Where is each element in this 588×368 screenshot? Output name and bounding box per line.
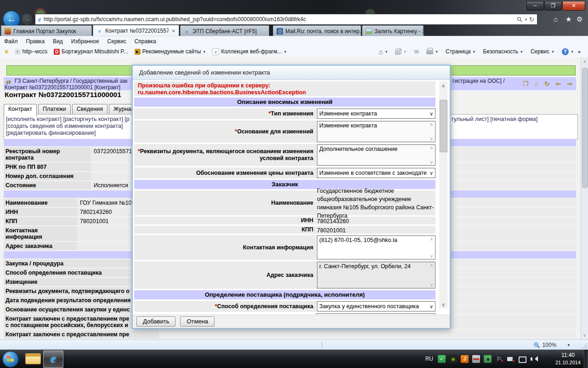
scrollbar-thumb[interactable] (582, 68, 588, 188)
price-justification-select[interactable]: Изменение в соответствии с законодате ∨ (317, 168, 435, 178)
add-favorite-star-icon[interactable]: ★ (0, 48, 11, 55)
close-button[interactable]: ✕ (562, 1, 585, 11)
tab-label: Mail.Ru: почта, поиск в интер... (285, 28, 361, 34)
favorite-wccs[interactable]: ≈ http--wccs (11, 48, 51, 55)
url-text[interactable]: http://portal.gz-spb.ru/fx/ccam/ru.naume… (44, 16, 514, 23)
form-row-contact: Контактная информация (812) 670-01-05, 1… (134, 235, 435, 260)
scroll-down-icon[interactable]: ∨ (430, 160, 433, 165)
utility-tray-icon[interactable] (472, 355, 480, 363)
page-menu-button[interactable]: Страница ▼ (442, 48, 479, 55)
taskbar-clock[interactable]: 11:40 21.10.2014 (555, 351, 581, 366)
tab-sberbank-ast[interactable]: e ЭТП Сбербанк-АСТ [#F5] (180, 25, 269, 36)
scroll-up-icon[interactable]: ∧ (430, 263, 433, 268)
capture-tray-icon[interactable] (484, 355, 492, 363)
menu-file[interactable]: Файл (0, 38, 22, 45)
scroll-up-icon[interactable]: ∧ (430, 122, 433, 127)
tab-close-icon[interactable]: ✕ (172, 29, 175, 34)
menu-tools[interactable]: Сервис (103, 38, 130, 45)
scroll-up-icon[interactable]: ∧ (439, 81, 447, 90)
print-button[interactable]: ▼ (423, 49, 441, 54)
address-textarea[interactable]: г. Санкт-Петербург, ул. Орбели, 24 ∧∨ (317, 262, 435, 288)
favorite-bortjournal[interactable]: D Бортжурнал Mitsubishi P... (51, 48, 131, 55)
add-button[interactable]: Добавить (136, 316, 175, 327)
action-links-line1-right[interactable]: тульный лист] [печатная форма] (451, 116, 537, 123)
page-scrollbar[interactable]: ∧ ∨ (581, 58, 588, 339)
volume-icon[interactable] (530, 355, 537, 363)
copy-icon[interactable]: ❐ (523, 80, 529, 87)
update-tray-icon[interactable]: ✓ (438, 355, 446, 363)
safety-menu-button[interactable]: Безопасность ▼ (480, 48, 526, 55)
minimize-button[interactable]: ─ (526, 1, 544, 11)
feeds-button[interactable]: ▼ (392, 48, 410, 55)
overflow-chevron-icon[interactable]: » (578, 49, 581, 54)
arrow-right-icon[interactable]: ⇒ (567, 80, 572, 87)
language-indicator[interactable]: RU (425, 356, 434, 362)
ie-taskbar-button[interactable]: e (43, 351, 63, 368)
contact-textarea[interactable]: (812) 670-01-05, 105@shko.la ∧∨ (317, 236, 435, 259)
tools-menu-label: Сервис (531, 48, 549, 55)
doc-details-textarea[interactable]: Дополнительное соглашение ∧∨ (317, 144, 435, 166)
home-button[interactable]: ⌂ (554, 15, 558, 23)
tab-details[interactable]: Сведения (72, 104, 107, 114)
scroll-up-icon[interactable]: ∧ (581, 59, 588, 64)
address-bar[interactable]: e http://portal.gz-spb.ru/fx/ccam/ru.nau… (35, 14, 537, 25)
favorites-button[interactable]: ★ (565, 15, 571, 23)
supplier-method-select[interactable]: Закупка у единственного поставщика ∨ (317, 301, 435, 311)
menu-view[interactable]: Вид (49, 38, 67, 45)
tab-contract-main[interactable]: Контракт (4, 104, 37, 116)
nvidia-tray-icon[interactable]: ◉ (449, 355, 457, 363)
scroll-down-icon[interactable]: ∨ (439, 300, 447, 309)
favorite-suggested-sites[interactable]: ▶ Рекомендуемые сайты ▼ (131, 48, 209, 55)
java-tray-icon[interactable]: J (461, 355, 469, 363)
breadcrumb-line1-right[interactable]: гистрации на ООС] / (452, 78, 505, 84)
tools-button[interactable]: ⚙ (577, 15, 582, 23)
forward-button[interactable]: → (21, 13, 34, 26)
check-icon: ✓ (440, 356, 444, 362)
tab-portal-zakupok[interactable]: Главная Портал Закупок (1, 25, 92, 36)
scroll-up-icon[interactable]: ∧ (430, 236, 433, 242)
start-button[interactable] (2, 351, 19, 368)
tab-payments[interactable]: Платежи (38, 104, 71, 114)
read-mail-button[interactable]: ✉ (411, 48, 422, 55)
tools-menu-button[interactable]: Сервис ▼ (527, 48, 558, 55)
search-dropdown-icon[interactable]: ▼ (524, 18, 527, 21)
breadcrumb-line2[interactable]: Контракт №0372200155711000001 [Контракт] (5, 84, 120, 91)
display-tray-icon[interactable] (518, 355, 526, 363)
zoom-control[interactable]: 100% ▼ (533, 340, 571, 350)
explorer-taskbar-icon[interactable] (25, 352, 41, 365)
scroll-down-icon[interactable]: ∨ (581, 333, 588, 338)
action-center-flag-icon[interactable]: ⚐✕ (495, 355, 503, 363)
scroll-down-icon[interactable]: ∨ (430, 253, 433, 259)
refresh-icon[interactable]: ↻ (529, 16, 534, 23)
help-menu-button[interactable]: ? ▼ (559, 48, 577, 55)
restore-button[interactable]: ❐ (544, 1, 562, 11)
tab-upload-image[interactable]: Залить Картинку - Загрузить ... (362, 25, 424, 36)
change-basis-textarea[interactable]: Изменение контракта ∧∨ (317, 121, 435, 142)
menu-edit[interactable]: Правка (22, 38, 49, 45)
change-type-select[interactable]: Изменение контракта ∨ (317, 109, 435, 119)
zoom-dropdown-icon[interactable]: ▼ (567, 343, 571, 347)
favorite-icon: ≈ (15, 49, 21, 55)
arrow-left-icon[interactable]: ⇐ (556, 80, 561, 87)
home-menu-button[interactable]: ⌂ ▼ (375, 48, 391, 56)
cancel-button[interactable]: Отмена (180, 316, 215, 327)
home-gold-icon[interactable]: ⌂ (535, 80, 538, 87)
network-tray-icon[interactable]: ✕ (507, 355, 514, 363)
clock-date: 21.10.2014 (555, 359, 581, 366)
tab-contract[interactable]: e Контракт №0372200155711... ✕ (93, 25, 179, 36)
screen: ─ ❐ ✕ e http://portal.gz-spb.ru/fx/ccam/… (0, 0, 588, 368)
dialog-scrollbar[interactable]: ∧ ∨ (439, 81, 447, 309)
favorite-web-slices[interactable]: e Коллекция веб-фрагм... ▼ (209, 48, 290, 55)
search-icon[interactable] (517, 17, 522, 22)
show-desktop-button[interactable] (584, 350, 588, 368)
refresh-gold-icon[interactable]: ↻ (544, 80, 550, 87)
scroll-down-icon[interactable]: ∨ (430, 136, 433, 141)
resize-grip[interactable] (582, 344, 587, 349)
tab-mailru[interactable]: @ Mail.Ru: почта, поиск в интер... (273, 25, 361, 36)
menu-favorites[interactable]: Избранное (67, 38, 103, 45)
menu-help[interactable]: Справка (130, 38, 160, 45)
scroll-down-icon[interactable]: ∨ (430, 282, 433, 288)
scrollbar-thumb[interactable] (440, 100, 447, 152)
scroll-up-icon[interactable]: ∧ (430, 145, 433, 150)
breadcrumb-line1[interactable]: ГЗ Санкт-Петербурга / Государственный за… (15, 78, 127, 84)
